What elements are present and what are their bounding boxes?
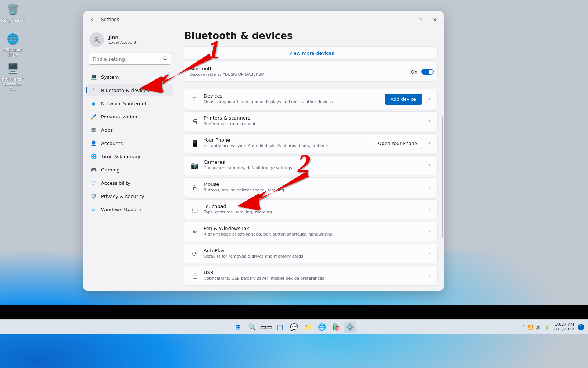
option-mouse[interactable]: 🖱MouseButtons, mouse pointer speed, scro… [184,177,438,197]
sidebar-item-label: System [101,74,119,80]
sidebar-item-privacy[interactable]: 🛡️Privacy & security [86,190,173,202]
sidebar-item-update[interactable]: ⟳Windows Update [86,203,173,216]
chevron-right-icon [425,162,434,169]
option-printers[interactable]: 🖨Printers & scannersPreferences, trouble… [184,111,438,131]
tray-icon-2[interactable]: 🔊 [536,325,541,330]
view-more-label: View more devices [289,50,334,56]
accessibility-icon: ⚇ [90,180,97,186]
intel-gfx-icon: 🖥️ [6,61,20,75]
search-icon [162,56,168,63]
sidebar-item-network[interactable]: ◆Network & internet [86,97,173,110]
window-title: Settings [101,17,119,22]
mouse-icon: 🖱 [190,184,200,191]
taskbar-explorer[interactable]: 📁 [302,321,314,333]
option-autoplay[interactable]: ⟳AutoPlayDefaults for removable drives a… [184,244,438,263]
sidebar-item-gaming[interactable]: 🎮Gaming [86,163,173,176]
desktop-icon-recycle-bin[interactable]: 🗑️Recycle Bin [0,2,26,23]
svg-point-5 [164,57,166,60]
sidebar-item-label: Privacy & security [101,194,144,199]
usb-icon: ⎙ [190,272,200,280]
desktop-icon-intel-gfx[interactable]: 🖥️Intel® Iris™ Graphics C... [0,61,26,91]
search-input[interactable] [89,53,171,65]
cameras-icon: 📷 [190,162,200,169]
sidebar: Jinn Local Account 💻SystemᛒBluetooth & d… [83,28,176,291]
search-box [89,53,171,65]
sidebar-item-label: Network & internet [101,101,147,106]
clock[interactable]: 10:27 AM 7/19/2022 [553,322,574,331]
personalization-icon: 🖌️ [90,113,97,120]
phone-action-button[interactable]: Open Your Phone [373,138,422,149]
back-button[interactable] [89,16,95,23]
maximize-button[interactable] [413,14,427,25]
view-more-devices-button[interactable]: View more devices [184,46,438,60]
taskbar-search[interactable]: 🔍 [246,321,258,333]
svg-rect-1 [419,18,422,21]
taskbar-start[interactable]: ⊞ [232,321,244,333]
chevron-right-icon [425,140,434,147]
sidebar-item-personalization[interactable]: 🖌️Personalization [86,110,173,123]
phone-icon: 📱 [190,139,200,147]
notification-badge[interactable]: 1 [578,324,584,330]
tray-time: 10:27 AM [553,322,574,327]
privacy-icon: 🛡️ [90,193,97,199]
bluetooth-state-label: On [411,69,417,75]
profile-sub: Local Account [108,40,136,45]
printers-icon: 🖨 [190,117,200,125]
sidebar-item-label: Apps [101,127,113,133]
profile-block[interactable]: Jinn Local Account [86,31,173,52]
taskbar-chat[interactable]: 💬 [288,321,300,333]
chevron-right-icon [425,96,434,103]
titlebar: Settings [83,11,444,28]
bluetooth-sub: Discoverable as "DESKTOP-DA35K8M" [190,72,411,77]
taskbar-store[interactable]: 🛍️ [330,321,342,333]
profile-name: Jinn [108,35,136,40]
tray-icon-1[interactable]: 📶 [527,325,533,330]
bluetooth-title: Bluetooth [190,66,411,72]
gaming-icon: 🎮 [90,166,97,173]
sidebar-item-time[interactable]: 🌐Time & language [86,150,173,163]
bluetooth-master-card: Bluetooth Discoverable as "DESKTOP-DA35K… [184,62,438,82]
apps-icon: ▦ [90,127,97,133]
option-touchpad[interactable]: ⬚TouchpadTaps, gestures, scrolling, zoom… [184,199,438,219]
sidebar-item-accounts[interactable]: 👤Accounts [86,137,173,149]
taskbar-widgets[interactable]: ◫ [274,321,286,333]
system-icon: 💻 [90,74,97,80]
bluetooth-toggle[interactable] [421,69,434,75]
bluetooth-icon: ᛒ [90,87,97,93]
scrollbar[interactable] [442,116,443,238]
tray-icon-3[interactable]: 🔋 [544,325,550,330]
time-icon: 🌐 [90,153,97,160]
option-devices[interactable]: ⧉DevicesMouse, keyboard, pen, audio, dis… [184,89,438,109]
edge-icon: 🌐 [6,31,20,46]
sidebar-item-bluetooth[interactable]: ᛒBluetooth & devices [86,84,173,96]
page-title: Bluetooth & devices [184,30,438,41]
devices-action-button[interactable]: Add device [385,94,422,105]
option-pen[interactable]: ✒Pen & Windows InkRight-handed or left-h… [184,222,438,241]
taskbar-settings[interactable]: ⚙️ [344,321,356,333]
option-cameras[interactable]: 📷CamerasConnected cameras, default image… [184,155,438,175]
svg-line-6 [166,59,167,60]
sidebar-item-label: Bluetooth & devices [101,88,149,93]
taskbar-edge[interactable]: 🌐 [316,321,328,333]
close-button[interactable] [427,14,442,25]
chevron-right-icon [425,272,434,279]
option-phone[interactable]: 📱Your PhoneInstantly access your Android… [184,133,438,153]
tray-icon-0[interactable]: ˄ [522,325,524,330]
update-icon: ⟳ [90,206,97,213]
chevron-right-icon [425,118,434,125]
sidebar-item-apps[interactable]: ▦Apps [86,124,173,136]
network-icon: ◆ [90,100,97,107]
desktop-icon-edge[interactable]: 🌐Microsoft Edge [0,31,26,57]
taskbar-taskview[interactable]: ▭▭ [260,321,272,333]
taskbar: ⊞🔍▭▭◫💬📁🌐🛍️⚙️ ˄📶🔊🔋 10:27 AM 7/19/2022 1 [0,319,588,334]
sidebar-item-accessibility[interactable]: ⚇Accessibility [86,177,173,189]
chevron-right-icon [425,184,434,191]
option-usb[interactable]: ⎙USBNotifications, USB battery saver, mo… [184,266,438,286]
minimize-button[interactable] [398,14,413,25]
touchpad-icon: ⬚ [190,206,200,213]
sidebar-item-system[interactable]: 💻System [86,71,173,83]
avatar-icon [89,32,104,47]
pen-icon: ✒ [190,228,200,236]
settings-window: Settings Jinn Local Account [83,11,444,291]
image-border-bottom [0,305,588,319]
